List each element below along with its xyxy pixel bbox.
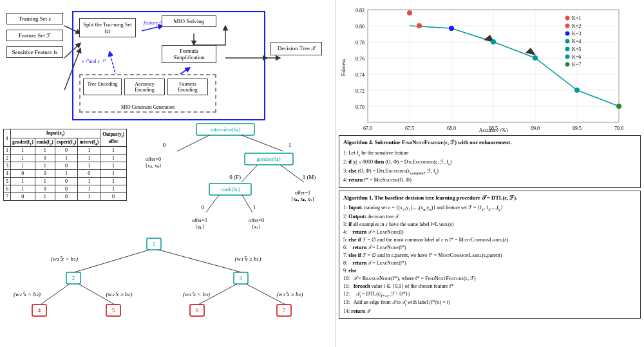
algo1-line4: 4: return 𝒯 = LeafNode(l)	[343, 229, 636, 236]
svg-text:7: 7	[283, 307, 286, 314]
svg-text:f*: f*	[86, 59, 90, 62]
svg-line-47	[158, 250, 242, 272]
svg-text:(w₁ᵀx < b₁): (w₁ᵀx < b₁)	[51, 256, 78, 262]
algo1-line10: 10: 𝒯 = BranchNode(f*), where f* = FindN…	[343, 275, 636, 283]
svg-point-109	[565, 32, 570, 36]
svg-text:1 (M): 1 (M)	[303, 174, 316, 180]
table-row: 210111	[4, 155, 127, 162]
svg-text:{x₄, x₆}: {x₄, x₆}	[145, 163, 162, 169]
svg-text:offer=0: offer=0	[146, 156, 161, 162]
svg-text:Accuracy (%): Accuracy (%)	[479, 127, 508, 132]
input-boxes: Training Set ε Feature Set ℱ Sensitive F…	[6, 13, 63, 58]
svg-text:2: 2	[72, 275, 75, 281]
svg-text:offer=0: offer=0	[249, 218, 264, 223]
algo4-line3: 3: else (O, Φ) = DtlEncoding(εsampled, ℱ…	[343, 167, 636, 176]
svg-text:(w₁ᵀx ≥ b₁): (w₁ᵀx ≥ b₁)	[235, 256, 261, 262]
svg-text:1: 1	[153, 241, 156, 247]
fairness-encoding-box: Fairness Encoding	[167, 79, 208, 95]
decision-tree-svg: interview(f₄) 0 1 offer=0 {x₄, x₆} gende…	[135, 122, 332, 235]
svg-line-3	[64, 48, 80, 90]
svg-text:offer=1: offer=1	[295, 190, 310, 196]
svg-point-99	[574, 88, 580, 93]
svg-text:0 (F): 0 (F)	[229, 174, 241, 180]
svg-point-117	[565, 62, 570, 67]
svg-text:69.0: 69.0	[531, 126, 540, 131]
formula-simplification-box: Formula Simplification	[162, 45, 216, 63]
svg-text:0.70: 0.70	[355, 104, 365, 110]
svg-line-9	[109, 52, 116, 76]
left-panel: feature f* MIO formula ε f* and ε -f*	[0, 0, 335, 347]
chart-section: 0.82 0.80 0.78 0.76 0.74 0.72 0.70 67.0 …	[339, 6, 641, 135]
svg-point-102	[449, 26, 454, 31]
svg-text:0: 0	[163, 142, 166, 148]
svg-point-101	[491, 39, 496, 44]
svg-text:0.76: 0.76	[355, 56, 365, 62]
svg-text:0.82: 0.82	[355, 8, 365, 14]
svg-text:5: 5	[112, 307, 115, 314]
svg-text:K=7: K=7	[572, 62, 581, 68]
svg-line-46	[74, 250, 149, 272]
svg-text:-f*: -f*	[102, 59, 106, 62]
algo1-line2: 2: Output: decision tree 𝒯	[343, 213, 636, 221]
svg-text:K=1: K=1	[572, 15, 581, 21]
svg-line-1	[64, 26, 80, 33]
algo1-line14: 14: return 𝒯	[343, 308, 636, 315]
algo4-line1: 1: Let fs be the sensitive feature	[343, 149, 636, 158]
svg-text:{x₂, x₃, x₅}: {x₂, x₃, x₅}	[291, 196, 315, 202]
svg-text:(w₃ᵀx < b₃): (w₃ᵀx < b₃)	[183, 291, 210, 297]
algo1-line3: 3: if all examples in ε have the same la…	[343, 221, 636, 229]
table-row: 111011	[4, 147, 127, 155]
svg-line-56	[41, 284, 70, 305]
algo1-line11: 11: foreach value i ∈ {0,1} of the chose…	[343, 283, 636, 290]
svg-point-103	[417, 23, 422, 28]
algorithm-4-box: Algorithm 4. Subroutine FindNextFeature(…	[339, 135, 641, 188]
mio-constraint-box: Tree Encoding Accuracy Encoding Fairness…	[79, 74, 216, 113]
svg-text:1: 1	[253, 204, 256, 211]
svg-text:{x₁}: {x₁}	[195, 224, 205, 230]
decision-tree-result-box: Decision Tree 𝒯	[270, 42, 322, 55]
svg-point-98	[616, 104, 621, 109]
svg-point-113	[565, 47, 570, 52]
binary-tree-svg: 1 (w₁ᵀx < b₁) (w₁ᵀx ≥ b₁) 2 3 (w₂ᵀx < b₂…	[0, 235, 332, 344]
svg-text:70.0: 70.0	[614, 126, 623, 131]
svg-point-115	[565, 55, 570, 59]
data-table-section: i Input(xi) Output(yi)offer gender(f1) r…	[3, 129, 127, 201]
svg-line-36	[206, 195, 219, 212]
svg-text:68.0: 68.0	[447, 126, 456, 131]
svg-text:and ε: and ε	[89, 59, 100, 64]
feature-set-box: Feature Set ℱ	[6, 30, 63, 41]
svg-line-28	[242, 165, 258, 182]
svg-text:feature f*: feature f*	[144, 20, 164, 26]
svg-text:0.78: 0.78	[355, 40, 365, 46]
svg-text:interview(f₄): interview(f₄)	[211, 126, 241, 133]
svg-text:67.5: 67.5	[405, 126, 414, 131]
algo1-line7: 7: else if ℱ = ∅ and in ε.parent, we hav…	[343, 252, 636, 259]
svg-text:0.80: 0.80	[355, 24, 365, 30]
algo4-title: Algorithm 4. Subroutine FindNextFeature(…	[343, 138, 636, 147]
svg-text:67.0: 67.0	[363, 126, 372, 131]
svg-point-105	[565, 16, 570, 21]
training-data-table: i Input(xi) Output(yi)offer gender(f1) r…	[3, 129, 127, 201]
mio-constraint-label: MIO Constraint Generation	[121, 104, 175, 110]
svg-point-111	[565, 39, 570, 44]
svg-text:(w₂ᵀx < b₂): (w₂ᵀx < b₂)	[14, 291, 41, 297]
svg-text:4: 4	[38, 307, 41, 314]
svg-point-104	[407, 10, 412, 15]
svg-line-21	[242, 135, 283, 151]
svg-line-4	[142, 26, 163, 31]
svg-text:ε: ε	[82, 59, 84, 64]
svg-line-37	[242, 195, 252, 212]
svg-text:gender(f₁): gender(f₁)	[256, 156, 280, 162]
tree-encoding-box: Tree Encoding	[83, 79, 122, 95]
svg-line-2	[64, 43, 80, 58]
svg-text:6: 6	[196, 307, 199, 314]
split-box: Split the Trai-ning Set (ε)	[79, 18, 136, 37]
algo4-line2: 2: if |ε| ≤ 8000 then (O, Φ) = DtlEncodi…	[343, 158, 636, 167]
algo1-line8: 8: return 𝒯 = LeafNode(l*)	[343, 259, 636, 267]
algo1-line12: 12: 𝒯i = DTL(ε|f*=i, ℱ \ {f*})	[343, 290, 636, 299]
algo1-title: Algorithm 1. The baseline decision tree …	[343, 194, 636, 202]
right-panel: 0.82 0.80 0.78 0.76 0.74 0.72 0.70 67.0 …	[335, 0, 644, 347]
table-row: 511011	[4, 178, 127, 185]
svg-text:rank(f₂): rank(f₂)	[222, 186, 240, 192]
svg-line-20	[177, 135, 209, 151]
